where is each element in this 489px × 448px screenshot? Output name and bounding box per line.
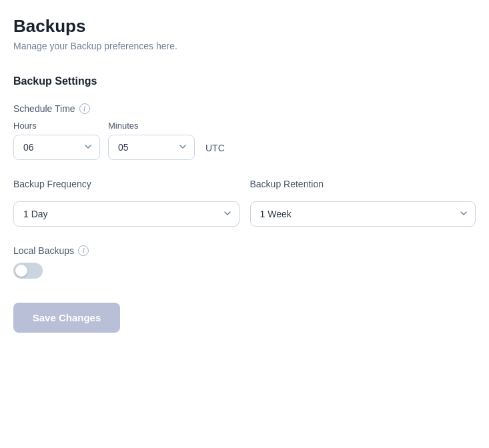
time-row: Hours 06 00 01 02 03 04 05 07 08 09 10 1… <box>13 121 476 160</box>
schedule-time-group: Schedule Time i Hours 06 00 01 02 03 04 … <box>13 103 476 160</box>
backup-retention-select[interactable]: 1 Week 2 Weeks 1 Month 3 Months <box>250 201 476 227</box>
backup-frequency-label: Backup Frequency <box>13 179 239 189</box>
page-subtitle: Manage your Backup preferences here. <box>13 41 476 51</box>
local-backups-label: Local Backups i <box>13 245 476 256</box>
hours-field: Hours 06 00 01 02 03 04 05 07 08 09 10 1… <box>13 121 100 160</box>
backup-retention-label: Backup Retention <box>250 179 476 189</box>
page-title: Backups <box>13 16 476 37</box>
hours-select-wrapper: 06 00 01 02 03 04 05 07 08 09 10 11 12 1… <box>13 135 100 160</box>
minutes-label: Minutes <box>108 121 195 131</box>
hours-label: Hours <box>13 121 100 131</box>
hours-select[interactable]: 06 00 01 02 03 04 05 07 08 09 10 11 12 1… <box>13 135 100 160</box>
local-backups-info-icon[interactable]: i <box>78 245 89 256</box>
schedule-time-info-icon[interactable]: i <box>79 103 90 114</box>
backup-retention-select-wrapper: 1 Week 2 Weeks 1 Month 3 Months <box>250 201 476 227</box>
local-backups-toggle-container <box>13 263 476 279</box>
section-title: Backup Settings <box>13 75 476 87</box>
local-backups-section: Local Backups i <box>13 245 476 279</box>
minutes-select-wrapper: 05 00 10 15 20 25 30 35 40 45 50 55 <box>108 135 195 160</box>
minutes-select[interactable]: 05 00 10 15 20 25 30 35 40 45 50 55 <box>108 135 195 160</box>
local-backups-toggle[interactable] <box>13 263 43 279</box>
toggle-slider <box>13 263 43 279</box>
save-changes-button[interactable]: Save Changes <box>13 303 120 333</box>
backup-frequency-field: Backup Frequency 1 Day 2 Days 3 Days 7 D… <box>13 179 239 227</box>
timezone-label: UTC <box>205 143 225 153</box>
frequency-retention-row: Backup Frequency 1 Day 2 Days 3 Days 7 D… <box>13 179 476 227</box>
backup-frequency-select[interactable]: 1 Day 2 Days 3 Days 7 Days <box>13 201 239 227</box>
minutes-field: Minutes 05 00 10 15 20 25 30 35 40 45 50… <box>108 121 195 160</box>
backup-frequency-select-wrapper: 1 Day 2 Days 3 Days 7 Days <box>13 201 239 227</box>
schedule-time-label: Schedule Time i <box>13 103 476 114</box>
backup-retention-field: Backup Retention 1 Week 2 Weeks 1 Month … <box>250 179 476 227</box>
